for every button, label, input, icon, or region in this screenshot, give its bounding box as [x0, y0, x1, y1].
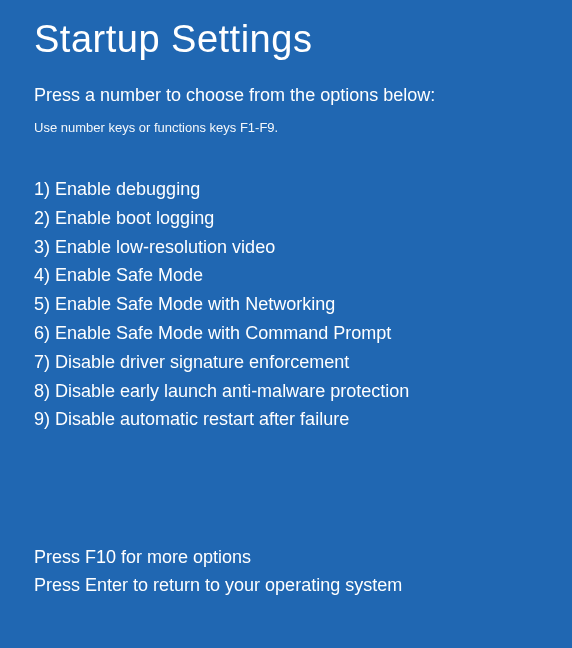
option-1-num: 1	[34, 179, 44, 199]
option-9-label: Disable automatic restart after failure	[55, 409, 349, 429]
startup-options-list: 1) Enable debugging 2) Enable boot loggi…	[34, 175, 538, 434]
more-options-hint: Press F10 for more options	[34, 544, 538, 572]
option-6-label: Enable Safe Mode with Command Prompt	[55, 323, 391, 343]
option-2-num: 2	[34, 208, 44, 228]
option-4[interactable]: 4) Enable Safe Mode	[34, 261, 538, 290]
option-3-num: 3	[34, 237, 44, 257]
option-1[interactable]: 1) Enable debugging	[34, 175, 538, 204]
option-2-label: Enable boot logging	[55, 208, 214, 228]
option-7-num: 7	[34, 352, 44, 372]
return-hint: Press Enter to return to your operating …	[34, 572, 538, 600]
option-9[interactable]: 9) Disable automatic restart after failu…	[34, 405, 538, 434]
option-8-label: Disable early launch anti-malware protec…	[55, 381, 409, 401]
option-5-num: 5	[34, 294, 44, 314]
option-3-label: Enable low-resolution video	[55, 237, 275, 257]
option-3[interactable]: 3) Enable low-resolution video	[34, 233, 538, 262]
options-prompt: Press a number to choose from the option…	[34, 85, 538, 106]
option-8[interactable]: 8) Disable early launch anti-malware pro…	[34, 377, 538, 406]
option-5[interactable]: 5) Enable Safe Mode with Networking	[34, 290, 538, 319]
page-title: Startup Settings	[34, 18, 538, 61]
option-6-num: 6	[34, 323, 44, 343]
option-7-label: Disable driver signature enforcement	[55, 352, 349, 372]
option-9-num: 9	[34, 409, 44, 429]
option-1-label: Enable debugging	[55, 179, 200, 199]
option-2[interactable]: 2) Enable boot logging	[34, 204, 538, 233]
option-5-label: Enable Safe Mode with Networking	[55, 294, 335, 314]
option-4-label: Enable Safe Mode	[55, 265, 203, 285]
option-6[interactable]: 6) Enable Safe Mode with Command Prompt	[34, 319, 538, 348]
key-hint: Use number keys or functions keys F1-F9.	[34, 120, 538, 135]
option-8-num: 8	[34, 381, 44, 401]
option-7[interactable]: 7) Disable driver signature enforcement	[34, 348, 538, 377]
option-4-num: 4	[34, 265, 44, 285]
